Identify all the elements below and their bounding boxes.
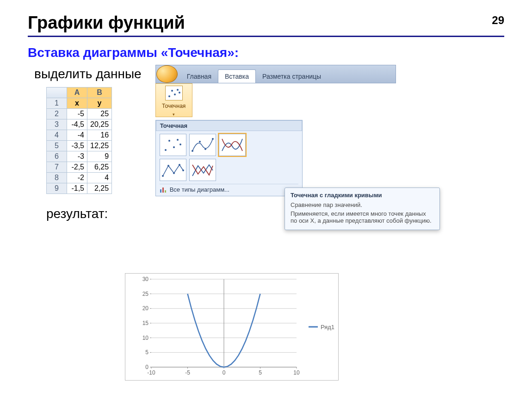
svg-text:-5: -5 <box>185 369 190 376</box>
row-header[interactable]: 1 <box>47 98 67 109</box>
tooltip-line: Сравнение пар значений. <box>291 201 434 208</box>
table-row: 2-525 <box>47 109 112 119</box>
svg-point-4 <box>179 92 180 94</box>
spreadsheet[interactable]: A B 1 x y 2-525 3-4,520,25 4-416 5-3,512… <box>46 87 112 194</box>
svg-point-2 <box>174 94 176 95</box>
svg-rect-19 <box>160 189 161 193</box>
table-row: 3-4,520,25 <box>47 119 112 130</box>
page-number: 29 <box>492 14 504 27</box>
svg-text:0: 0 <box>223 369 226 376</box>
svg-point-16 <box>173 172 175 174</box>
svg-text:20: 20 <box>142 305 149 312</box>
col-header-b[interactable]: B <box>87 88 112 98</box>
header-cell-x[interactable]: x <box>67 98 87 109</box>
svg-text:-10: -10 <box>147 369 155 376</box>
tooltip-title: Точечная с гладкими кривыми <box>291 192 434 199</box>
page-title: Графики функций <box>28 13 504 33</box>
scatter-icon <box>165 86 183 100</box>
legend-swatch <box>309 326 318 328</box>
svg-point-1 <box>171 90 173 92</box>
svg-rect-20 <box>162 188 164 193</box>
svg-point-13 <box>212 138 214 140</box>
office-button[interactable] <box>156 65 178 83</box>
header-cell-y[interactable]: y <box>87 98 112 109</box>
svg-point-7 <box>173 146 175 148</box>
table-row: 4-416 <box>47 130 112 141</box>
svg-text:30: 30 <box>142 276 149 282</box>
table-row: 9-1,52,25 <box>47 183 112 194</box>
tab-home[interactable]: Главная <box>180 70 218 83</box>
table-row: 8-24 <box>47 173 112 183</box>
ribbon-tabs: Главная Вставка Разметка страницы <box>155 65 396 83</box>
svg-point-12 <box>204 148 206 150</box>
result-chart: 051015202530-10-50510 Ряд1 <box>125 273 339 381</box>
tooltip: Точечная с гладкими кривыми Сравнение па… <box>285 188 440 230</box>
svg-rect-21 <box>165 190 166 193</box>
subtitle: Вставка диаграммы «Точечная»: <box>28 45 504 60</box>
table-row: 5-3,512,25 <box>47 141 112 151</box>
tab-insert[interactable]: Вставка <box>218 69 256 83</box>
scatter-lines-option[interactable] <box>189 159 216 181</box>
svg-point-18 <box>182 169 184 171</box>
col-header-a[interactable]: A <box>67 88 87 98</box>
svg-point-0 <box>168 95 170 97</box>
title-rule <box>28 36 504 37</box>
svg-text:5: 5 <box>259 369 262 376</box>
gallery-title: Точечная <box>156 120 302 131</box>
svg-point-8 <box>177 139 179 141</box>
chart-icon <box>160 187 167 193</box>
all-chart-types-link[interactable]: Все типы диаграмм... <box>160 184 298 195</box>
chart-legend: Ряд1 <box>309 324 334 331</box>
chunk-label: Точечная <box>156 102 192 112</box>
legend-label: Ряд1 <box>321 324 334 331</box>
svg-text:10: 10 <box>142 335 149 341</box>
svg-point-3 <box>177 89 179 91</box>
svg-text:10: 10 <box>293 369 300 376</box>
scatter-lines-markers-option[interactable] <box>160 159 186 181</box>
scatter-markers-option[interactable] <box>160 134 186 156</box>
svg-point-5 <box>165 149 167 151</box>
svg-point-11 <box>199 141 201 143</box>
scatter-smooth-option[interactable] <box>219 134 246 156</box>
table-row: 7-2,56,25 <box>47 162 112 173</box>
scatter-gallery: Точечная <box>155 120 303 196</box>
svg-text:5: 5 <box>145 349 148 356</box>
select-all-corner[interactable] <box>47 88 67 98</box>
step1-label: выделить данные <box>34 67 142 81</box>
chevron-down-icon: ▾ <box>156 112 192 117</box>
scatter-smooth-markers-option[interactable] <box>189 134 216 156</box>
svg-text:25: 25 <box>142 291 149 297</box>
scatter-chunk-button[interactable]: Точечная ▾ <box>155 83 192 117</box>
svg-text:15: 15 <box>142 320 149 326</box>
svg-point-14 <box>162 175 164 177</box>
svg-point-17 <box>179 164 180 166</box>
all-types-label: Все типы диаграмм... <box>170 186 229 193</box>
svg-point-10 <box>192 150 193 152</box>
tab-page-layout[interactable]: Разметка страницы <box>256 70 328 83</box>
svg-point-9 <box>179 144 181 145</box>
svg-point-6 <box>168 140 170 142</box>
svg-point-15 <box>167 165 169 167</box>
table-row: 6-39 <box>47 151 112 162</box>
tooltip-line: Применяется, если имеется много точек да… <box>291 210 434 224</box>
